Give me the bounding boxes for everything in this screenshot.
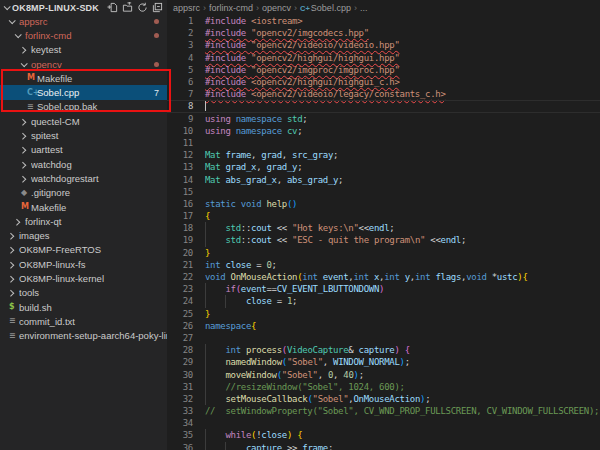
tree-item-ok8mp-linux-fs[interactable]: OK8MP-linux-fs <box>0 257 167 271</box>
refresh-icon[interactable] <box>137 2 148 13</box>
code-line-36[interactable]: 36 capture >> frame; <box>167 442 600 450</box>
tree-item-keytest[interactable]: keytest <box>0 43 167 57</box>
code-line-13[interactable]: 13Mat grad_x, grad_y; <box>167 161 600 173</box>
chevron-right-icon <box>19 133 26 140</box>
tree-item-makefile[interactable]: MMakefile <box>0 71 167 85</box>
tree-item-watchdog[interactable]: watchdog <box>0 157 167 171</box>
code-line-16[interactable]: 16static void help() <box>167 198 600 210</box>
code-line-19[interactable]: 19 std::cout << "ESC - quit the program\… <box>167 234 600 246</box>
new-folder-icon[interactable] <box>122 2 133 13</box>
code-line-27[interactable]: 27 <box>167 332 600 344</box>
code-line-10[interactable]: 10using namespace cv; <box>167 125 600 137</box>
code-line-32[interactable]: 32 setMouseCallback("Sobel",OnMouseActio… <box>167 393 600 405</box>
folder-toggle <box>21 133 31 138</box>
breadcrumb-item-sobel-cpp[interactable]: C+Sobel.cpp <box>300 3 351 13</box>
indent-guide <box>205 234 206 246</box>
line-number: 32 <box>167 394 193 404</box>
code-line-text: } <box>205 308 600 320</box>
code-line-30[interactable]: 30 moveWindow("Sobel", 0, 40); <box>167 368 600 380</box>
tree-item-sobel-cpp[interactable]: C+Sobel.cpp7 <box>0 85 167 99</box>
code-line-20[interactable]: 20} <box>167 247 600 259</box>
tree-item-sobel-cpp-bak[interactable]: ≡Sobel.cpp.bak <box>0 100 167 114</box>
tree-item-label: spitest <box>31 130 167 141</box>
code-line-15[interactable]: 15 <box>167 186 600 198</box>
tree-item-images[interactable]: images <box>0 228 167 242</box>
code-line-6[interactable]: 6#include <opencv2/highgui/highgui_c.h> <box>167 76 600 88</box>
tree-item-label: Sobel.cpp.bak <box>37 101 167 112</box>
breadcrumb-item-forlinx-cmd[interactable]: forlinx-cmd <box>209 3 253 13</box>
new-file-icon[interactable] <box>107 2 118 13</box>
code-line-29[interactable]: 29 namedWindow("Sobel", WINDOW_NORMAL); <box>167 356 600 368</box>
vscode-window: OK8MP-LINUX-SDK a <box>0 0 600 450</box>
code-line-7[interactable]: 7#include <opencv2/videoio/legacy/consta… <box>167 88 600 100</box>
chevron-right-icon <box>19 161 26 168</box>
tree-item-build-sh[interactable]: $build.sh <box>0 300 167 314</box>
file-icon-box: ≡ <box>27 103 37 111</box>
tree-item-forlinx-qt[interactable]: forlinx-qt <box>0 214 167 228</box>
tree-item-forlinx-cmd[interactable]: forlinx-cmd <box>0 28 167 42</box>
breadcrumb-item-[interactable]: ... <box>360 3 368 13</box>
tree-item-ok8mp-linux-kernel[interactable]: OK8MP-linux-kernel <box>0 271 167 285</box>
tree-item-label: watchdog <box>31 159 167 170</box>
code-line-21[interactable]: 21int close = 0; <box>167 259 600 271</box>
folder-toggle <box>9 19 19 24</box>
explorer-section-header[interactable]: OK8MP-LINUX-SDK <box>0 0 167 14</box>
code-line-26[interactable]: 26namespace{ <box>167 320 600 332</box>
code-line-34[interactable]: 34 <box>167 417 600 429</box>
code-line-25[interactable]: 25} <box>167 308 600 320</box>
line-number: 26 <box>167 321 193 331</box>
code-line-33[interactable]: 33// setWindowProperty("Sobel", CV_WND_P… <box>167 405 600 417</box>
tree-item-makefile[interactable]: MMakefile <box>0 200 167 214</box>
line-number: 18 <box>167 223 193 233</box>
code-line-3[interactable]: 3#include "opencv2/videoio/videoio.hpp" <box>167 39 600 51</box>
code-line-text: #include "opencv2/imgcodecs.hpp" <box>205 27 600 39</box>
code-line-28[interactable]: 28 int process(VideoCapture& capture) { <box>167 344 600 356</box>
code-line-17[interactable]: 17{ <box>167 210 600 222</box>
indent-guide <box>205 429 206 441</box>
code-line-22[interactable]: 22void OnMouseAction(int event,int x,int… <box>167 271 600 283</box>
makefile-file-icon: M <box>21 203 29 211</box>
tree-item-tools[interactable]: tools <box>0 286 167 300</box>
tree-item-opencv[interactable]: opencv <box>0 57 167 71</box>
chevron-right-icon <box>7 247 14 254</box>
code-line-5[interactable]: 5#include "opencv2/imgproc/imgproc.hpp" <box>167 64 600 76</box>
tree-item-commit-id-txt[interactable]: ≡commit_id.txt <box>0 314 167 328</box>
tree-item-environment-setup-aarch64-poky-lin[interactable]: ≡environment-setup-aarch64-poky-lin... <box>0 329 167 343</box>
code-line-4[interactable]: 4#include "opencv2/highgui/highgui.hpp" <box>167 52 600 64</box>
code-line-text: #include <opencv2/videoio/legacy/constan… <box>205 88 600 100</box>
shell-file-icon: $ <box>9 303 15 311</box>
line-number: 16 <box>167 199 193 209</box>
code-area[interactable]: 1#include <iostream>2#include "opencv2/i… <box>167 15 600 450</box>
chevron-right-icon <box>7 261 14 268</box>
code-line-23[interactable]: 23 if(event==CV_EVENT_LBUTTONDOWN) <box>167 283 600 295</box>
code-line-18[interactable]: 18 std::cout << "Hot keys:\n"<<endl; <box>167 222 600 234</box>
code-line-12[interactable]: 12Mat frame, grad, src_gray; <box>167 149 600 161</box>
breadcrumb-item-appsrc[interactable]: appsrc <box>173 3 200 13</box>
tree-item-quectel-cm[interactable]: quectel-CM <box>0 114 167 128</box>
tree-item-ok8mp-freertos[interactable]: OK8MP-FreeRTOS <box>0 243 167 257</box>
code-line-11[interactable]: 11 <box>167 137 600 149</box>
tree-item-uarttest[interactable]: uarttest <box>0 143 167 157</box>
tree-item-watchdogrestart[interactable]: watchdogrestart <box>0 171 167 185</box>
code-line-35[interactable]: 35 while(!close) { <box>167 429 600 441</box>
code-line-text: static void help() <box>205 198 600 210</box>
tree-item-gitignore[interactable]: ◆.gitignore <box>0 186 167 200</box>
code-line-8[interactable]: 8 <box>167 100 600 112</box>
line-number: 33 <box>167 406 193 416</box>
line-number: 6 <box>167 77 193 87</box>
code-line-9[interactable]: 9using namespace std; <box>167 113 600 125</box>
breadcrumb-item-opencv[interactable]: opencv <box>262 3 291 13</box>
chevron-down-icon <box>4 3 11 10</box>
code-line-1[interactable]: 1#include <iostream> <box>167 15 600 27</box>
code-line-2[interactable]: 2#include "opencv2/imgcodecs.hpp" <box>167 27 600 39</box>
code-line-24[interactable]: 24 close = 1; <box>167 295 600 307</box>
collapse-all-icon[interactable] <box>152 2 163 13</box>
code-line-31[interactable]: 31 //resizeWindow("Sobel", 1024, 600); <box>167 381 600 393</box>
line-number: 29 <box>167 357 193 367</box>
modified-dot-badge <box>154 62 159 67</box>
tree-item-spitest[interactable]: spitest <box>0 128 167 142</box>
file-icon-box: M <box>27 74 37 82</box>
tree-item-appsrc[interactable]: appsrc <box>0 14 167 28</box>
file-icon-box: ≡ <box>9 332 19 340</box>
code-line-14[interactable]: 14Mat abs_grad_x, abs_grad_y; <box>167 173 600 185</box>
